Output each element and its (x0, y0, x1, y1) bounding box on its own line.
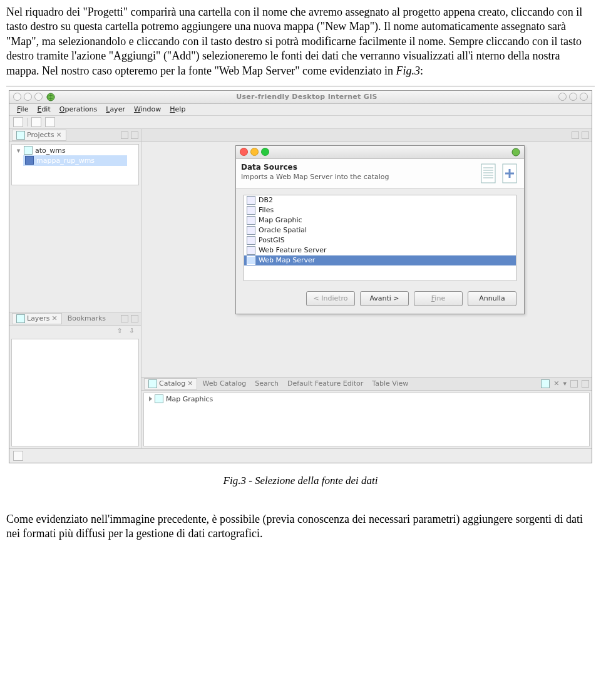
toolbar-button[interactable] (31, 117, 41, 127)
catalog-item-row[interactable]: Map Graphics (146, 394, 587, 404)
window-left-controls[interactable] (13, 93, 43, 101)
layers-list[interactable] (11, 339, 139, 446)
dialog-traffic-lights[interactable] (240, 148, 269, 156)
add-source-icon (501, 163, 519, 184)
project-name-label: ato_wms (35, 147, 66, 155)
dialog-banner-graphic (480, 163, 519, 184)
next-button[interactable]: Avanti > (360, 291, 409, 306)
menu-operations[interactable]: Operations (56, 104, 101, 115)
finish-button[interactable]: Fine (414, 291, 463, 306)
projects-tab-row: Projects ✕ (9, 129, 141, 142)
ds-wms-selected[interactable]: Web Map Server (244, 255, 516, 265)
projects-view-icon (16, 131, 25, 140)
mapgraphic-icon (247, 216, 255, 225)
catalog-tab[interactable]: Catalog ✕ (144, 378, 197, 389)
ds-label: Web Feature Server (259, 246, 327, 254)
tree-expand-icon[interactable]: ▾ (16, 147, 21, 155)
minimize-icon[interactable] (558, 93, 567, 101)
layer-down-icon[interactable]: ⇩ (129, 327, 135, 335)
projects-tree[interactable]: ▾ ato_wms mappa_rup_wms (11, 144, 139, 185)
layers-view-icon (16, 314, 25, 323)
ds-label: Oracle Spatial (259, 226, 307, 234)
tab-close-icon[interactable]: ✕ (187, 379, 193, 388)
view-maximize-icon[interactable] (131, 315, 138, 322)
map-node-selected[interactable]: mappa_rup_wms (23, 155, 127, 166)
menu-file[interactable]: File (13, 104, 32, 115)
layers-tab-label: Layers (27, 314, 49, 322)
cancel-button-label: Annulla (479, 294, 505, 302)
tree-expand-icon[interactable] (149, 396, 152, 401)
catalog-tree[interactable]: Map Graphics (143, 393, 590, 446)
tab-close-icon[interactable]: ✕ (56, 131, 61, 139)
postgis-icon (247, 236, 255, 245)
window-right-controls[interactable] (558, 93, 588, 101)
view-maximize-icon[interactable] (582, 380, 589, 388)
map-name-label: mappa_rup_wms (36, 157, 95, 165)
dialog-close-dot[interactable] (240, 148, 248, 156)
cancel-button[interactable]: Annulla (468, 291, 516, 306)
dialog-min-dot[interactable] (250, 148, 259, 156)
catalog-action-icon[interactable] (541, 379, 550, 388)
tab-close-icon[interactable]: ✕ (51, 314, 57, 322)
ds-files[interactable]: Files (244, 205, 516, 215)
view-minimize-icon[interactable] (570, 380, 578, 388)
catalog-remove-icon[interactable]: ✕ (553, 379, 559, 388)
data-source-list[interactable]: DB2 Files Map Graphic Oracle Spatial Pos… (244, 195, 516, 281)
dialog-subheading: Imports a Web Map Server into the catalo… (241, 173, 480, 181)
web-catalog-tab[interactable]: Web Catalog (198, 379, 250, 388)
dialog-banner: Data Sources Imports a Web Map Server in… (236, 159, 524, 188)
data-sources-wizard[interactable]: Data Sources Imports a Web Map Server in… (235, 145, 525, 314)
ds-oracle[interactable]: Oracle Spatial (244, 225, 516, 235)
catalog-item-label: Map Graphics (166, 395, 213, 403)
layer-up-icon[interactable]: ⇧ (117, 327, 123, 335)
toolbar-sep (27, 118, 28, 126)
project-node[interactable]: ▾ ato_wms (13, 146, 137, 155)
catalog-menu-chevron-icon[interactable]: ▾ (563, 379, 567, 388)
status-indicator-icon[interactable] (13, 451, 23, 461)
menu-help[interactable]: Help (166, 104, 189, 115)
feature-editor-tab[interactable]: Default Feature Editor (284, 379, 367, 388)
dialog-zoom-dot[interactable] (261, 148, 269, 156)
toolbar-button[interactable] (45, 117, 55, 127)
para1-text: Nel riquadro dei "Progetti" comparirà un… (6, 6, 582, 77)
editor-minimize-icon[interactable] (572, 131, 579, 139)
projects-tab[interactable]: Projects ✕ (12, 130, 66, 141)
dialog-heading: Data Sources (241, 163, 480, 172)
layers-tab[interactable]: Layers ✕ (12, 313, 62, 324)
close-icon[interactable] (580, 93, 588, 101)
layers-tab-row: Layers ✕ Bookmarks (9, 312, 141, 326)
menu-layer[interactable]: Layer (102, 104, 129, 115)
table-view-tab[interactable]: Table View (368, 379, 412, 388)
view-minimize-icon[interactable] (121, 131, 128, 139)
app-globe-icon (46, 93, 55, 101)
ds-wfs[interactable]: Web Feature Server (244, 245, 516, 255)
window-titlebar[interactable]: User-friendly Desktop Internet GIS (9, 91, 592, 104)
project-folder-icon (24, 146, 33, 155)
maximize-icon[interactable] (569, 93, 577, 101)
window-control-dot[interactable] (34, 93, 43, 101)
wfs-icon (247, 246, 255, 255)
window-control-dot[interactable] (24, 93, 32, 101)
catalog-icon (148, 379, 157, 388)
ds-mapgraphic[interactable]: Map Graphic (244, 215, 516, 225)
ds-db2[interactable]: DB2 (244, 195, 516, 205)
svg-rect-3 (481, 164, 495, 183)
dialog-titlebar[interactable] (236, 146, 524, 159)
back-button[interactable]: < Indietro (306, 291, 355, 306)
status-progress (463, 455, 588, 457)
window-title: User-friendly Desktop Internet GIS (59, 93, 555, 101)
view-minimize-icon[interactable] (121, 315, 128, 322)
ds-label: DB2 (259, 196, 273, 204)
menu-window[interactable]: Window (130, 104, 165, 115)
editor-maximize-icon[interactable] (582, 131, 589, 139)
main-toolbar (9, 116, 592, 129)
search-tab[interactable]: Search (251, 379, 282, 388)
back-button-label: < Indietro (313, 294, 347, 302)
bookmarks-tab[interactable]: Bookmarks (64, 314, 109, 323)
catalog-tab-label: Catalog (159, 379, 185, 388)
menu-edit[interactable]: Edit (33, 104, 54, 115)
ds-postgis[interactable]: PostGIS (244, 235, 516, 245)
toolbar-button[interactable] (13, 117, 23, 127)
view-maximize-icon[interactable] (131, 131, 138, 139)
window-control-dot[interactable] (13, 93, 21, 101)
